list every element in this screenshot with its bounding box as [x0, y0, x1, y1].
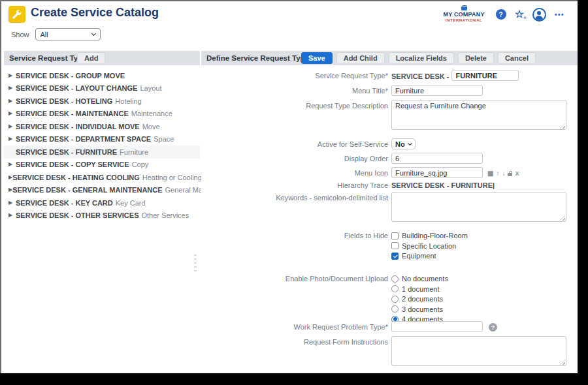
localize-fields-button[interactable]: Localize Fields	[389, 52, 454, 64]
radio-option[interactable]: No documents	[391, 275, 448, 283]
delete-button[interactable]: Delete	[458, 52, 494, 64]
tree-item[interactable]: ▶SERVICE DESK - HEATING COOLINGHeating o…	[4, 171, 200, 184]
move-up-icon[interactable]: ↑	[496, 170, 499, 177]
show-label: Show	[11, 31, 29, 38]
expand-caret-icon[interactable]: ▶	[8, 161, 16, 168]
show-filter-row: Show All	[11, 28, 101, 40]
radio-option[interactable]: 1 document	[391, 285, 448, 293]
field-label: Keywords - semicolon-delimited list	[201, 192, 391, 202]
display-order-input[interactable]	[391, 153, 483, 164]
brand-subtitle: INTERNATIONAL	[443, 18, 484, 22]
menu-icon-input[interactable]	[391, 167, 483, 178]
service-request-type-tree: ▶SERVICE DESK - GROUP MOVE ▶SERVICE DESK…	[4, 65, 200, 222]
expand-caret-icon[interactable]: ▶	[8, 72, 16, 79]
page-title: Create Service Catalog	[31, 6, 159, 20]
menu-icon-row: Menu Icon ▦ ↑ ↓ X	[201, 167, 578, 178]
define-service-request-type-panel: Define Service Request Type Save Add Chi…	[201, 51, 578, 373]
lock-icon[interactable]	[508, 173, 512, 176]
tree-item[interactable]: ▶SERVICE DESK - GENERAL MAINTENANCEGener…	[4, 184, 200, 197]
checkbox-option[interactable]: Building-Floor-Room	[391, 232, 468, 239]
tree-item-name: SERVICE DESK - KEY CARD	[16, 199, 113, 207]
hierarchy-trace-row: Hierarchy Trace SERVICE DESK - FURNITURE…	[201, 181, 578, 189]
show-select[interactable]: All	[35, 28, 101, 40]
tree-item-menu: Other Services	[141, 211, 189, 219]
favorite-star-icon[interactable]: ☆+	[515, 9, 524, 20]
active-self-service-select[interactable]: No	[391, 138, 416, 149]
keywords-textarea[interactable]	[391, 192, 566, 222]
tree-item-menu: Space	[154, 135, 174, 143]
field-label: Menu Title*	[201, 85, 391, 95]
tree-item[interactable]: ▶SERVICE DESK - KEY CARDKey Card	[4, 196, 200, 209]
tree-item[interactable]: ▶SERVICE DESK - HOTELINGHoteling	[4, 95, 200, 108]
field-label: Hierarchy Trace	[201, 181, 391, 189]
help-icon[interactable]: ?	[496, 9, 506, 20]
tree-item-name: SERVICE DESK - LAYOUT CHANGE	[16, 84, 137, 92]
tree-item[interactable]: ▶SERVICE DESK - DEPARTMENT SPACESpace	[4, 133, 200, 146]
field-label: Active for Self-Service	[201, 138, 391, 148]
move-down-icon[interactable]: ↓	[502, 170, 505, 177]
titlebar: Create Service Catalog MY COMPANY INTERN…	[1, 1, 578, 27]
cancel-button[interactable]: Cancel	[498, 52, 536, 64]
add-button[interactable]: Add	[77, 52, 105, 64]
tree-item[interactable]: ▶SERVICE DESK - OTHER SERVICESOther Serv…	[4, 209, 200, 223]
request-type-description-textarea[interactable]: Request a Furniture Change	[391, 100, 566, 130]
field-help-icon[interactable]: ?	[489, 323, 497, 331]
expand-caret-icon[interactable]: ▶	[8, 200, 16, 206]
company-logo: MY COMPANY INTERNATIONAL	[443, 7, 484, 22]
menu-icon-actions: ▦ ↑ ↓ X	[487, 168, 519, 177]
expand-caret-icon[interactable]: ▶	[8, 212, 16, 219]
radio-option[interactable]: 2 documents	[391, 295, 448, 303]
tree-item-name: SERVICE DESK - GROUP MOVE	[16, 72, 125, 80]
tree-item[interactable]: ▶SERVICE DESK - MAINTENANCEMaintenance	[4, 108, 200, 121]
radio-unselected[interactable]	[391, 285, 399, 292]
radio-unselected[interactable]	[391, 275, 399, 283]
more-menu-icon[interactable]: •••	[555, 11, 564, 18]
image-icon[interactable]: ▦	[487, 170, 493, 177]
expand-caret-icon[interactable]: ▶	[8, 123, 16, 130]
app-window: Create Service Catalog MY COMPANY INTERN…	[0, 0, 578, 373]
service-request-types-panel: Service Request Types Add ▶SERVICE DESK …	[4, 51, 200, 364]
work-request-problem-type-input[interactable]	[391, 321, 483, 332]
checkbox-unchecked[interactable]	[391, 232, 399, 239]
save-button[interactable]: Save	[301, 52, 333, 64]
radio-label: 3 documents	[402, 305, 443, 313]
menu-title-input[interactable]	[391, 85, 483, 96]
request-type-description-row: Request Type Description Request a Furni…	[201, 100, 578, 130]
expand-caret-icon[interactable]: ▶	[8, 110, 16, 117]
user-avatar[interactable]	[532, 8, 546, 22]
expand-caret-icon[interactable]: ▶	[8, 98, 16, 104]
tree-item-selected[interactable]: SERVICE DESK - FURNITUREFurniture	[4, 146, 200, 159]
active-self-service-value: No	[395, 140, 405, 148]
checkbox-label: Building-Floor-Room	[402, 232, 468, 239]
fields-to-hide-row: Fields to Hide Building-Floor-Room Speci…	[201, 232, 578, 262]
active-self-service-row: Active for Self-Service No	[201, 138, 578, 149]
panel-resize-grip[interactable]	[194, 254, 197, 274]
chevron-down-icon	[91, 31, 95, 35]
service-request-type-input[interactable]	[451, 70, 519, 81]
request-form-instructions-textarea[interactable]	[391, 336, 566, 366]
checkbox-checked[interactable]	[391, 253, 399, 260]
briefcase-icon	[461, 7, 467, 10]
expand-caret-icon[interactable]: ▶	[8, 85, 16, 91]
star-plus-badge: +	[523, 16, 527, 21]
remove-icon[interactable]: X	[515, 170, 519, 177]
field-label: Display Order	[201, 153, 391, 162]
hierarchy-trace-value: SERVICE DESK - FURNITURE|	[391, 181, 495, 189]
tree-item-name: SERVICE DESK - DEPARTMENT SPACE	[16, 135, 151, 143]
tree-item[interactable]: ▶SERVICE DESK - GROUP MOVE	[4, 69, 200, 82]
checkbox-unchecked[interactable]	[391, 242, 399, 249]
checkbox-option[interactable]: Equipment	[391, 252, 468, 260]
radio-label: 2 documents	[402, 295, 443, 303]
chevron-down-icon	[408, 140, 412, 145]
radio-option[interactable]: 3 documents	[391, 305, 448, 313]
service-request-type-row: Service Request Type* SERVICE DESK -	[201, 70, 578, 81]
radio-unselected[interactable]	[391, 305, 399, 313]
add-child-button[interactable]: Add Child	[336, 52, 385, 64]
tree-item-name: SERVICE DESK - OTHER SERVICES	[16, 211, 139, 219]
tree-item[interactable]: ▶SERVICE DESK - LAYOUT CHANGELayout	[4, 82, 200, 95]
radio-unselected[interactable]	[391, 296, 399, 303]
tree-item[interactable]: ▶SERVICE DESK - COPY SERVICECopy	[4, 159, 200, 172]
expand-caret-icon[interactable]: ▶	[8, 136, 16, 142]
checkbox-option[interactable]: Specific Location	[391, 242, 468, 250]
tree-item[interactable]: ▶SERVICE DESK - INDIVIDUAL MOVEMove	[4, 120, 200, 133]
